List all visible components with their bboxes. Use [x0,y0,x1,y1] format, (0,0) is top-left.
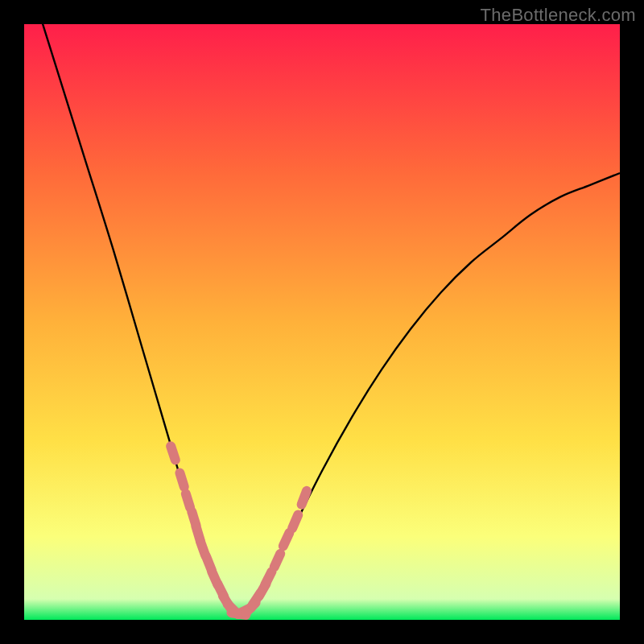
marker [275,554,281,567]
marker [265,572,271,584]
marker [171,446,175,460]
gradient-background [24,24,620,620]
marker [186,493,190,507]
marker [292,515,298,529]
bottleneck-chart [24,24,620,620]
marker [302,491,307,505]
watermark-text: TheBottleneck.com [481,5,636,26]
marker [180,473,184,487]
marker [283,533,290,546]
chart-frame: TheBottleneck.com [0,0,644,644]
plot-area [24,24,620,620]
